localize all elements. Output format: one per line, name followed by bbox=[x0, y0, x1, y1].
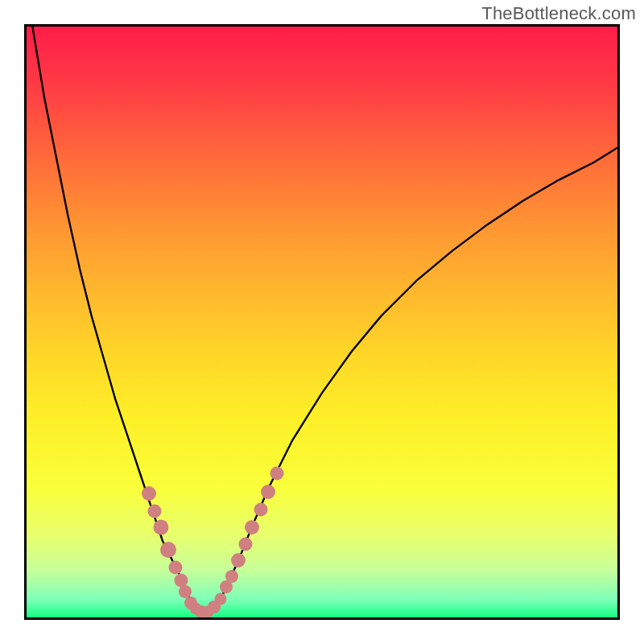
data-point bbox=[261, 485, 275, 499]
data-point bbox=[231, 553, 246, 568]
data-point bbox=[245, 520, 259, 535]
data-point bbox=[153, 519, 168, 535]
plot-area bbox=[24, 24, 620, 620]
data-points-layer bbox=[27, 27, 617, 617]
data-point bbox=[225, 570, 238, 583]
data-point bbox=[142, 486, 156, 501]
data-point bbox=[270, 466, 284, 480]
watermark-label: TheBottleneck.com bbox=[481, 3, 636, 24]
data-point bbox=[215, 592, 227, 605]
data-point bbox=[254, 503, 267, 517]
chart-container: TheBottleneck.com bbox=[0, 0, 644, 644]
data-point bbox=[168, 560, 182, 574]
data-point bbox=[160, 542, 176, 558]
data-point bbox=[148, 504, 162, 518]
data-point bbox=[238, 537, 252, 551]
